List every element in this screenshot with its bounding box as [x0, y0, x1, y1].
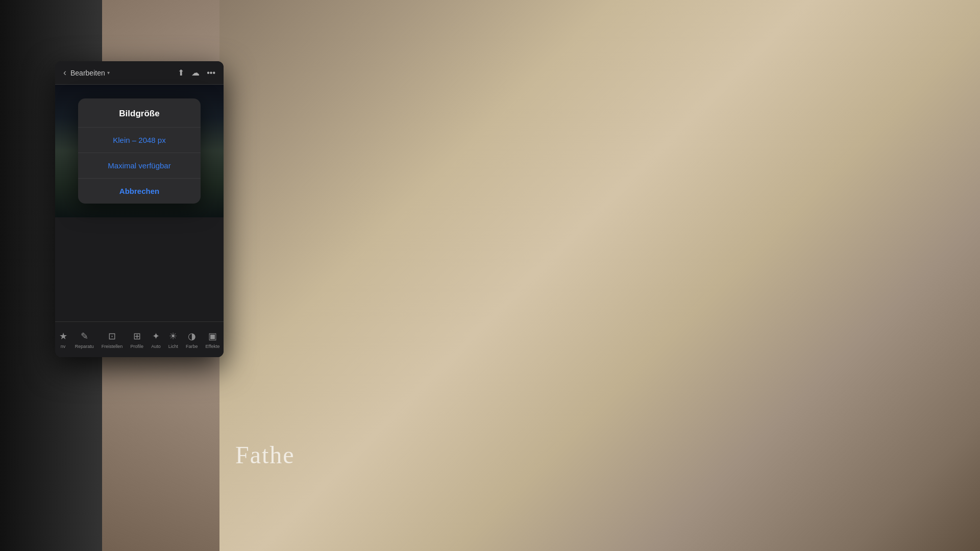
back-button[interactable]: ‹ [63, 67, 66, 78]
toolbar-item-licht[interactable]: ☀ Licht [168, 331, 178, 349]
topbar-title-text: Bearbeiten [70, 69, 105, 77]
profile-icon: ⊞ [133, 331, 141, 342]
profile-label: Profile [130, 344, 143, 349]
watermark-text: Fathe [235, 441, 295, 469]
topbar-title[interactable]: Bearbeiten ▾ [70, 69, 110, 77]
farbe-label: Farbe [186, 344, 198, 349]
toolbar-item-profile[interactable]: ⊞ Profile [130, 331, 143, 349]
toolbar-item-nv[interactable]: ★ nv [59, 331, 67, 349]
toolbar-item-effekte[interactable]: ▣ Effekte [206, 331, 220, 349]
cloud-icon[interactable]: ☁ [191, 68, 200, 78]
topbar-right: ⬆ ☁ ••• [178, 68, 215, 78]
toolbar-item-freistellen[interactable]: ⊡ Freistellen [102, 331, 123, 349]
dialog-overlay: Bildgröße Klein – 2048 px Maximal verfüg… [55, 85, 224, 217]
effekte-icon: ▣ [208, 331, 217, 342]
topbar-left: ‹ Bearbeiten ▾ [63, 67, 110, 78]
app-topbar: ‹ Bearbeiten ▾ ⬆ ☁ ••• [55, 61, 224, 85]
dialog-cancel-button[interactable]: Abbrechen [78, 179, 201, 204]
person-area [219, 0, 980, 551]
licht-icon: ☀ [169, 331, 177, 342]
more-icon[interactable]: ••• [207, 68, 215, 78]
share-icon[interactable]: ⬆ [178, 68, 184, 78]
toolbar-item-auto[interactable]: ✦ Auto [151, 331, 161, 349]
nv-icon: ★ [59, 331, 67, 342]
topbar-dropdown-arrow: ▾ [107, 70, 110, 76]
freistellen-label: Freistellen [102, 344, 123, 349]
dialog-option-small[interactable]: Klein – 2048 px [78, 128, 201, 153]
photo-area: Bildgröße Klein – 2048 px Maximal verfüg… [55, 85, 224, 217]
auto-icon: ✦ [152, 331, 160, 342]
toolbar-item-farbe[interactable]: ◑ Farbe [186, 331, 198, 349]
effekte-label: Effekte [206, 344, 220, 349]
dialog-box: Bildgröße Klein – 2048 px Maximal verfüg… [78, 98, 201, 204]
reparatur-icon: ✎ [81, 331, 88, 342]
freistellen-icon: ⊡ [108, 331, 116, 342]
farbe-icon: ◑ [188, 331, 196, 342]
licht-label: Licht [168, 344, 178, 349]
nv-label: nv [61, 344, 66, 349]
dialog-option-max[interactable]: Maximal verfügbar [78, 153, 201, 179]
dialog-title: Bildgröße [78, 98, 201, 128]
reparatur-label: Reparatu [75, 344, 94, 349]
app-bottom-toolbar: ★ nv ✎ Reparatu ⊡ Freistellen ⊞ Profile … [55, 321, 224, 357]
toolbar-item-reparatur[interactable]: ✎ Reparatu [75, 331, 94, 349]
phone-app-overlay: ‹ Bearbeiten ▾ ⬆ ☁ ••• Bildgröße Klein –… [55, 61, 224, 357]
auto-label: Auto [151, 344, 161, 349]
